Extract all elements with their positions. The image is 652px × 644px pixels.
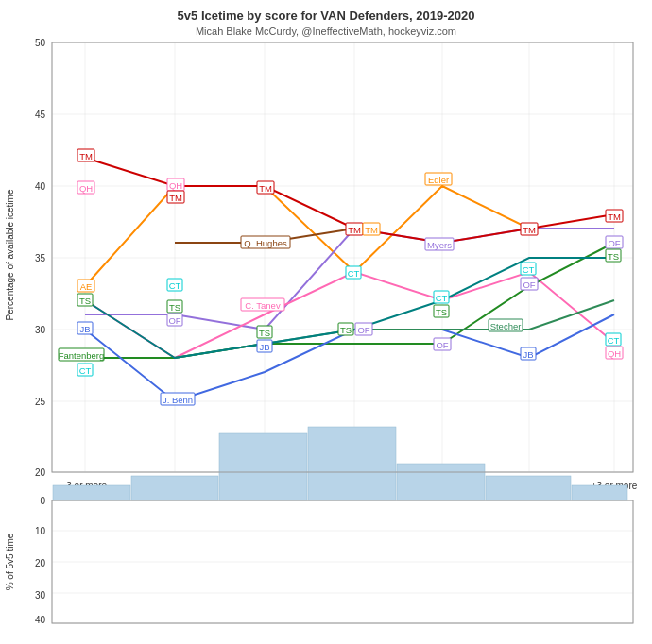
tm-label-minus1: TM	[259, 183, 272, 194]
y-tick-20: 20	[35, 467, 46, 478]
ct-label-plus3: CT	[608, 335, 620, 346]
y-tick-45: 45	[35, 110, 46, 120]
chart-container: 5v5 Icetime by score for VAN Defenders, …	[0, 0, 652, 644]
ts-label-minus2: TS	[169, 302, 180, 313]
bottom-y-tick-20: 20	[35, 558, 46, 568]
jb-label-minus1: JB	[259, 342, 269, 352]
bar-minus3	[53, 485, 130, 500]
bar-minus1	[219, 433, 307, 500]
ae-label: AE	[80, 281, 93, 292]
of-label-minus2: OF	[168, 315, 180, 326]
bar-zero	[308, 427, 396, 500]
ct-label-0: CT	[348, 268, 360, 279]
y-axis-title: Percentage of available icetime	[5, 189, 15, 320]
edler-label: Edler	[428, 175, 449, 185]
ts-label-minus1: TS	[259, 328, 270, 338]
fantenberg-label: Fantenberg	[59, 350, 105, 361]
ts-label-0: TS	[340, 325, 352, 335]
y-tick-50: 50	[35, 38, 46, 48]
of-label-0: OF	[357, 325, 369, 335]
ct-label-minus3: CT	[79, 365, 92, 376]
ts-label-plus1: TS	[436, 307, 447, 317]
tm-label-minus3: TM	[79, 151, 93, 161]
benn-label: J. Benn	[163, 395, 193, 405]
qh-label-minus3: QH	[79, 183, 93, 194]
y-tick-35: 35	[35, 253, 46, 263]
tm-label-minus2: TM	[169, 193, 182, 203]
y-tick-25: 25	[35, 397, 46, 407]
tm-label-0: TM	[348, 225, 361, 235]
ct-label-plus1: CT	[436, 293, 448, 303]
stecher-label: Stecher	[490, 321, 522, 331]
jb-label-plus2: JB	[523, 349, 533, 360]
of-label-plus2: OF	[523, 280, 535, 290]
ts-label-plus3: TS	[608, 251, 619, 262]
bar-plus1	[397, 464, 485, 500]
myers-label: Myers	[427, 240, 452, 250]
tm-label-plus3: TM	[608, 212, 621, 222]
bottom-y-tick-10: 10	[35, 526, 46, 536]
bar-plus2	[486, 476, 571, 500]
of-label-plus3: OF	[608, 238, 620, 248]
bottom-y-axis-title: % of 5v5 time	[5, 533, 15, 590]
chart-svg: 50 45 40 35 30 25 20 Percentage of avail…	[0, 0, 652, 644]
ae-tm-label-0: TM	[365, 225, 378, 235]
y-tick-40: 40	[35, 181, 46, 192]
y-tick-30: 30	[35, 325, 46, 335]
bottom-y-tick-40: 40	[35, 615, 46, 625]
jb-label-minus3: JB	[79, 324, 90, 334]
bottom-y-tick-0: 0	[40, 496, 45, 506]
ct-label-plus2: CT	[523, 264, 535, 275]
ctanev-label: C. Tanev	[245, 300, 281, 311]
bar-minus2	[131, 476, 218, 500]
bar-plus3	[572, 485, 627, 500]
ct-label-minus2: CT	[169, 280, 181, 291]
ts-label-minus3: TS	[79, 296, 91, 306]
tm-label-plus2: TM	[523, 225, 536, 235]
bottom-y-tick-30: 30	[35, 590, 46, 601]
hughes-label: Q. Hughes	[244, 238, 287, 248]
of-label-plus1: OF	[436, 340, 448, 350]
qh-label-minus2: QH	[169, 180, 182, 191]
qh-label-plus3: QH	[608, 348, 621, 359]
